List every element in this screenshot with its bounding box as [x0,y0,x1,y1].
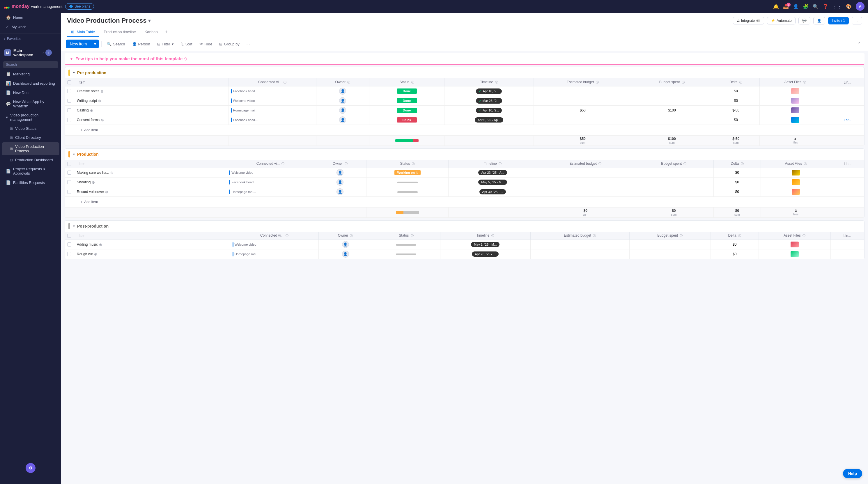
tips-chevron-icon[interactable]: ▾ [70,57,72,61]
asset-cell[interactable] [761,187,831,197]
sidebar-item-client-directory[interactable]: ⊞ Client Directory [2,133,59,142]
sidebar-item-marketing[interactable]: 📋 Marketing [2,70,59,78]
sidebar-item-mywork[interactable]: ✓ My work [2,23,59,31]
add-subitem-icon[interactable]: ⊕ [110,170,114,175]
notification-icon[interactable]: 🔔 [773,4,779,9]
timeline-cell[interactable]: ✓Apr 10, '2... [444,87,533,96]
timeline-cell[interactable]: May 5, '25 - M... [448,178,537,187]
owner-avatar[interactable]: 👤 [342,241,349,248]
row-checkbox[interactable] [67,170,71,174]
person-filter-button[interactable]: 👤 Person [129,40,153,48]
comment-button[interactable]: 💬 [799,17,810,25]
status-cell[interactable]: Stuck [369,115,444,125]
row-checkbox[interactable] [67,89,71,93]
row-checkbox[interactable] [67,108,71,112]
owner-info-icon[interactable]: ⓘ [350,234,353,237]
asset-cell[interactable] [758,240,831,250]
tab-production-timeline[interactable]: Production timeline [99,27,140,37]
apps-icon[interactable]: 🧩 [803,4,809,9]
status-info-icon[interactable]: ⓘ [411,234,414,237]
tab-main-table[interactable]: ⊞ Main Table [67,27,99,37]
filter-button[interactable]: ⊟ Filter ▾ [154,40,177,48]
help-icon[interactable]: ❓ [823,4,829,9]
status-cell[interactable]: Done [369,96,444,106]
timeline-cell[interactable]: May 1, '25 - M... [440,240,530,250]
status-cell[interactable] [372,250,440,259]
search-icon[interactable]: 🔍 [813,4,818,9]
row-checkbox[interactable] [67,180,71,184]
sidebar-item-newdoc[interactable]: 📄 New Doc [2,88,59,97]
add-item-row[interactable]: + Add item [65,125,864,136]
row-checkbox[interactable] [67,190,71,194]
asset-cell[interactable] [760,106,831,115]
budget-spent-info-icon[interactable]: ⓘ [680,234,683,237]
connected-info-icon[interactable]: ⓘ [281,162,284,165]
asset-cell[interactable] [761,168,831,178]
owner-avatar[interactable]: 👤 [339,107,346,114]
timeline-info-icon[interactable]: ⓘ [491,234,494,237]
sidebar-item-home[interactable]: 🏠 Home [2,13,59,22]
sidebar-item-project-requests[interactable]: 📄 Project Requests & Approvals [2,165,59,178]
sidebar-item-dashboard[interactable]: 📊 Dashboard and reporting [2,79,59,88]
status-cell[interactable]: Working on it [367,168,448,178]
owner-info-icon[interactable]: ⓘ [347,80,350,84]
asset-info-icon[interactable]: ⓘ [803,234,805,237]
integrate-button[interactable]: ⇄ Integrate [733,17,764,25]
people-icon[interactable]: 👤 [793,4,799,9]
est-budget-info-icon[interactable]: ⓘ [598,162,601,165]
workspace-more-icon[interactable]: ··· [54,50,57,55]
est-budget-info-icon[interactable]: ⓘ [593,234,596,237]
asset-cell[interactable] [760,87,831,96]
timeline-info-icon[interactable]: ⓘ [495,80,498,84]
workspace-add-button[interactable]: + [45,50,52,56]
sidebar-search-input[interactable] [3,61,58,68]
timeline-cell[interactable]: Apr 30, '25 - ... [448,187,537,197]
row-checkbox[interactable] [67,118,71,122]
add-subitem-icon[interactable]: ⊕ [92,180,95,185]
select-all-checkbox[interactable] [67,234,71,238]
group-post-production-header[interactable]: ▾ Post-production [65,221,864,232]
invite-button[interactable]: Invite / 1 [828,17,849,25]
add-subitem-icon[interactable]: ⊕ [100,89,104,93]
add-item-button[interactable]: + Add item [77,126,862,134]
see-plans-button[interactable]: 🔷 See plans [65,3,94,10]
help-button[interactable]: Help [843,469,862,478]
owner-avatar[interactable]: 👤 [339,88,346,95]
user-avatar[interactable]: A [856,2,865,11]
sidebar-item-video-mgmt[interactable]: ▾ Video production management [2,111,59,124]
row-checkbox[interactable] [67,243,71,247]
select-all-checkbox[interactable] [67,80,71,85]
add-subitem-icon[interactable]: ⊕ [99,243,102,247]
asset-info-icon[interactable]: ⓘ [803,80,806,84]
sidebar-item-video-process[interactable]: ⊞ Video Production Process [2,142,59,155]
collapse-button[interactable]: ⌃ [855,40,863,48]
add-subitem-icon[interactable]: ⊕ [94,252,97,256]
group-production-header[interactable]: ▾ Production [65,149,864,160]
hide-button[interactable]: 👁 Hide [196,40,215,48]
group-pre-production-header[interactable]: ▾ Pre-production [65,67,864,78]
favorites-header[interactable]: › Favorites [0,35,61,42]
timeline-info-icon[interactable]: ⓘ [499,162,501,165]
more-actions-button[interactable]: ... [852,17,862,25]
row-checkbox[interactable] [67,99,71,103]
timeline-cell[interactable]: Apr 23, '25 - A... [448,168,537,178]
sort-button[interactable]: ⇅ Sort [178,40,195,48]
status-cell[interactable] [372,240,440,250]
asset-cell[interactable] [760,115,831,125]
delta-info-icon[interactable]: ⓘ [738,234,741,237]
asset-cell[interactable] [758,250,831,259]
person-action-button[interactable]: 👤 [813,17,825,25]
add-tab-button[interactable]: + [162,28,170,36]
asset-cell[interactable] [761,178,831,187]
sidebar-item-production-dashboard[interactable]: ⊟ Production Dashboard [2,156,59,164]
search-button[interactable]: 🔍 Search [104,40,128,48]
owner-avatar[interactable]: 👤 [342,251,349,258]
board-title-caret-icon[interactable]: ▾ [148,18,151,24]
status-cell[interactable]: Done [369,87,444,96]
owner-avatar[interactable]: 👤 [337,179,343,186]
add-subitem-icon[interactable]: ⊕ [101,118,104,122]
delta-info-icon[interactable]: ⓘ [741,162,744,165]
bottom-avatar[interactable]: ⚙ [26,463,35,473]
status-cell[interactable] [367,187,448,197]
owner-avatar[interactable]: 👤 [339,97,346,104]
